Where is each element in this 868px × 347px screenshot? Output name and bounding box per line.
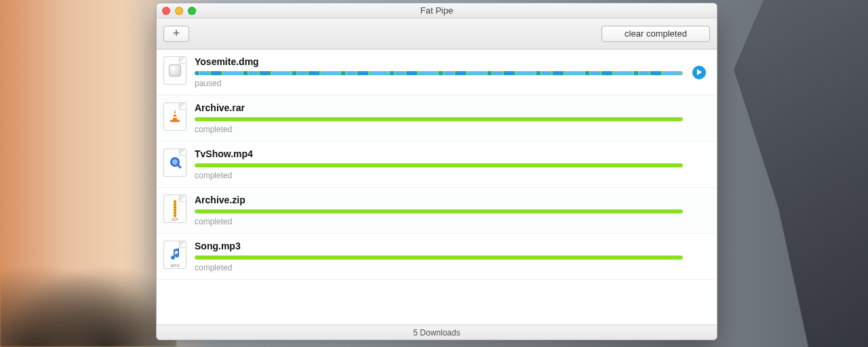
download-row[interactable]: Archive.rarcompleted — [157, 96, 717, 142]
file-icon — [163, 148, 186, 177]
download-filename: Archive.zip — [195, 195, 683, 205]
file-ext-badge: MP3 — [165, 264, 184, 268]
download-row[interactable]: MP3Song.mp3completed — [157, 234, 717, 280]
download-row[interactable]: TvShow.mp4completed — [157, 142, 717, 188]
download-filename: TvShow.mp4 — [195, 148, 683, 159]
status-bar: 5 Downloads — [157, 325, 717, 340]
toolbar: + clear completed — [157, 18, 717, 49]
download-filename: Song.mp3 — [195, 241, 683, 251]
resume-button[interactable] — [692, 66, 706, 79]
file-icon: ZIP — [163, 195, 186, 223]
status-bar-text: 5 Downloads — [413, 328, 460, 338]
svg-rect-1 — [172, 117, 178, 118]
zip-icon — [174, 200, 176, 218]
plus-icon: + — [173, 26, 180, 41]
close-window-button[interactable] — [162, 7, 170, 15]
downloads-list[interactable]: Yosemite.dmgpausedArchive.rarcompletedTv… — [157, 49, 717, 325]
download-progress — [195, 209, 683, 213]
clear-completed-label: clear completed — [625, 28, 687, 39]
disk-image-icon — [169, 64, 181, 77]
vlc-cone-icon — [169, 109, 181, 125]
download-row[interactable]: Yosemite.dmgpaused — [157, 49, 717, 96]
download-progress — [195, 163, 683, 167]
download-row-body: Archive.zipcompleted — [195, 195, 683, 226]
quicktime-icon — [168, 155, 182, 171]
download-row-body: Song.mp3completed — [195, 241, 683, 272]
download-filename: Yosemite.dmg — [195, 56, 683, 67]
download-status: completed — [195, 171, 683, 180]
file-ext-badge: ZIP — [165, 218, 184, 222]
window-title: Fat Pipe — [420, 5, 453, 16]
download-filename: Archive.rar — [195, 102, 683, 113]
zoom-window-button[interactable] — [188, 7, 196, 15]
download-progress — [195, 117, 683, 121]
svg-rect-2 — [170, 120, 180, 122]
download-row-body: Archive.rarcompleted — [195, 102, 683, 134]
app-window: Fat Pipe + clear completed Yosemite.dmgp… — [156, 3, 717, 340]
music-note-icon — [170, 248, 180, 262]
minimize-window-button[interactable] — [175, 7, 183, 15]
download-progress — [195, 71, 683, 75]
file-icon — [163, 56, 186, 85]
window-titlebar[interactable]: Fat Pipe — [157, 3, 717, 18]
download-progress — [195, 256, 683, 260]
file-icon — [163, 102, 186, 131]
svg-rect-0 — [173, 113, 177, 115]
file-icon: MP3 — [163, 241, 186, 269]
play-icon — [696, 69, 703, 75]
download-status: paused — [195, 79, 683, 88]
add-download-button[interactable]: + — [163, 26, 189, 42]
download-status: completed — [195, 263, 683, 272]
download-row-body: Yosemite.dmgpaused — [195, 56, 683, 88]
clear-completed-button[interactable]: clear completed — [601, 26, 710, 42]
download-status: completed — [195, 217, 683, 226]
download-row-body: TvShow.mp4completed — [195, 148, 683, 180]
window-controls — [162, 3, 196, 18]
download-status: completed — [195, 125, 683, 134]
download-row[interactable]: ZIPArchive.zipcompleted — [157, 188, 717, 234]
